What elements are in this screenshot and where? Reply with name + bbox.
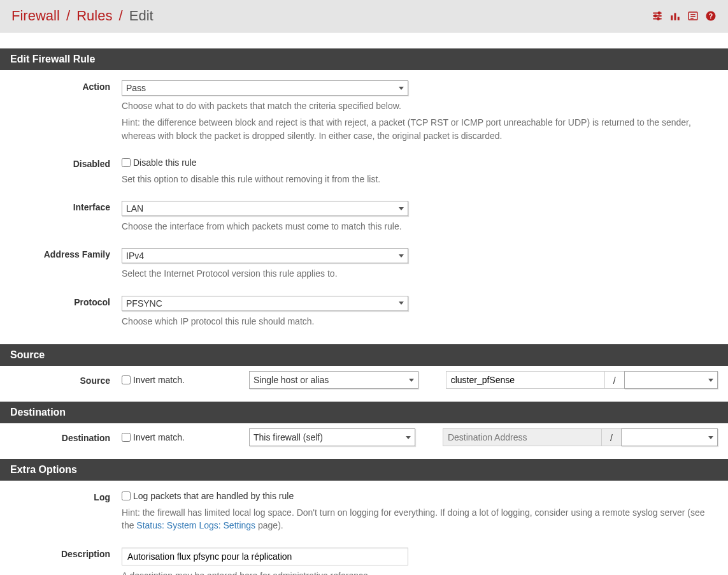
syslog-settings-link[interactable]: Status: System Logs: Settings	[136, 520, 255, 530]
svg-rect-7	[674, 13, 676, 20]
address-family-help: Select the Internet Protocol version thi…	[122, 267, 718, 280]
destination-invert-label[interactable]: Invert match.	[122, 432, 249, 442]
source-invert-checkbox[interactable]	[122, 375, 131, 384]
bar-chart-icon[interactable]	[669, 10, 681, 22]
disabled-label: Disabled	[10, 157, 122, 186]
destination-type-select[interactable]: This firewall (self)	[249, 428, 415, 446]
breadcrumb-rules[interactable]: Rules	[76, 8, 112, 24]
address-family-label: Address Family	[10, 248, 122, 280]
mask-separator: /	[602, 428, 621, 446]
chevron-down-icon	[399, 207, 404, 210]
chevron-down-icon	[409, 379, 414, 382]
chevron-down-icon	[708, 436, 713, 439]
panel-heading: Extra Options	[0, 459, 728, 481]
log-checkbox-label[interactable]: Log packets that are handled by this rul…	[122, 491, 294, 501]
svg-point-3	[659, 12, 660, 14]
panel-heading: Destination	[0, 402, 728, 423]
breadcrumb: Firewall / Rules / Edit	[11, 8, 153, 24]
panel-source: Source Source Invert match. Single host …	[0, 344, 728, 398]
action-label: Action	[10, 80, 122, 142]
action-select[interactable]: Pass	[122, 80, 408, 96]
sliders-icon[interactable]	[652, 10, 663, 22]
action-help: Choose what to do with packets that matc…	[122, 99, 718, 112]
svg-text:?: ?	[709, 12, 713, 20]
page-header: Firewall / Rules / Edit ?	[0, 0, 728, 33]
destination-mask-select[interactable]	[621, 428, 718, 446]
log-label: Log	[10, 491, 122, 532]
chevron-down-icon	[399, 87, 404, 90]
svg-point-5	[657, 18, 659, 20]
breadcrumb-separator: /	[119, 8, 123, 24]
source-address-input[interactable]	[446, 371, 605, 389]
destination-invert-checkbox[interactable]	[122, 433, 131, 442]
breadcrumb-current: Edit	[129, 8, 153, 24]
source-invert-label[interactable]: Invert match.	[122, 375, 249, 385]
destination-label: Destination	[10, 432, 122, 443]
help-icon[interactable]: ?	[705, 10, 717, 22]
interface-select[interactable]: LAN	[122, 201, 408, 216]
svg-point-4	[655, 15, 657, 17]
chevron-down-icon	[406, 436, 411, 439]
log-icon[interactable]	[687, 10, 699, 22]
interface-label: Interface	[10, 201, 122, 233]
description-label: Description	[10, 548, 122, 575]
chevron-down-icon	[399, 302, 404, 305]
panel-extra-options: Extra Options Log Log packets that are h…	[0, 459, 728, 575]
disabled-checkbox[interactable]	[122, 158, 131, 167]
source-label: Source	[10, 374, 122, 386]
destination-address-input	[443, 428, 602, 446]
panel-destination: Destination Destination Invert match. Th…	[0, 402, 728, 455]
source-type-select[interactable]: Single host or alias	[249, 371, 418, 389]
breadcrumb-firewall[interactable]: Firewall	[11, 8, 60, 24]
source-mask-select[interactable]	[624, 371, 718, 389]
panel-heading: Source	[0, 344, 728, 366]
chevron-down-icon	[708, 379, 713, 382]
protocol-label: Protocol	[10, 296, 122, 328]
panel-heading: Edit Firewall Rule	[0, 48, 728, 70]
mask-separator: /	[605, 371, 624, 389]
disabled-checkbox-label[interactable]: Disable this rule	[122, 157, 197, 168]
chevron-down-icon	[399, 254, 404, 258]
protocol-select[interactable]: PFSYNC	[122, 296, 408, 311]
disabled-help: Set this option to disable this rule wit…	[122, 173, 718, 186]
header-tool-icons: ?	[652, 10, 717, 22]
protocol-help: Choose which IP protocol this rule shoul…	[122, 315, 718, 328]
address-family-select[interactable]: IPv4	[122, 248, 408, 263]
log-hint: Hint: the firewall has limited local log…	[122, 506, 718, 532]
action-hint: Hint: the difference between block and r…	[122, 116, 718, 142]
description-help: A description may be entered here for ad…	[122, 569, 718, 575]
svg-rect-8	[678, 17, 680, 20]
svg-rect-6	[671, 15, 673, 20]
log-checkbox[interactable]	[122, 491, 131, 500]
breadcrumb-separator: /	[66, 8, 70, 24]
interface-help: Choose the interface from which packets …	[122, 220, 718, 233]
description-input[interactable]	[122, 548, 408, 565]
panel-edit-rule: Edit Firewall Rule Action Pass Choose wh…	[0, 48, 728, 340]
